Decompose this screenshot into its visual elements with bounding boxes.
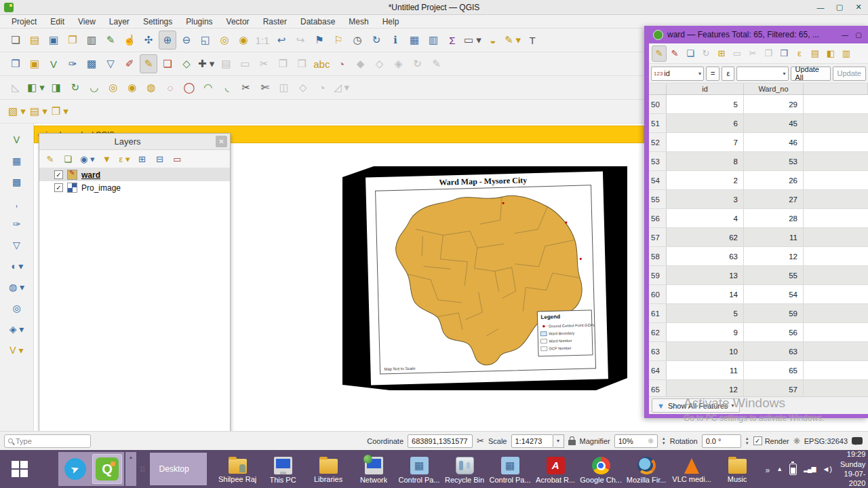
row-number-header[interactable] [649,83,667,94]
fill-ring-icon[interactable]: ◍ [142,78,160,97]
cell-id[interactable]: 12 [667,380,744,396]
menu-item[interactable]: Project [5,16,43,28]
refresh-map-icon[interactable]: ↻ [368,31,385,50]
taskbar-item-acrobat[interactable]: Acrobat R... [534,455,577,484]
cell-id[interactable]: 6 [667,114,744,132]
row-number[interactable]: 57 [649,228,667,246]
cell-id[interactable]: 10 [667,342,744,360]
equals-button[interactable]: = [706,67,719,81]
taskbar-item-network[interactable]: Network [353,455,395,484]
update-all-button[interactable]: Update All [791,67,831,81]
cell-ward-no[interactable]: 11 [744,228,804,246]
cell-id[interactable]: 3 [667,190,744,208]
row-number[interactable]: 58 [649,247,667,265]
paste-features-icon[interactable]: ❒ [293,54,311,73]
add-virtual-layer-icon[interactable]: ▽ [7,237,27,253]
text-annotation-icon[interactable]: T [524,31,541,50]
cell-ward-no[interactable]: 46 [744,133,804,151]
style-manager-icon[interactable]: ✎ [102,31,119,50]
layer-checkbox[interactable]: ✓ [54,183,63,192]
cell-ward-no[interactable]: 59 [744,304,804,322]
expression-button[interactable]: ε [722,67,734,81]
add-delimited-text-icon[interactable]: , [7,195,27,211]
show-all-features-button[interactable]: ▼ Show All Features [652,398,740,413]
open-attribute-table-icon[interactable]: ▦ [406,31,423,50]
highlight-labels-icon[interactable]: ◇ [370,54,388,73]
magnifier-clear-icon[interactable]: ⊗ [648,437,653,445]
row-number[interactable]: 55 [649,190,667,208]
pin-labels-icon[interactable]: ◆ [351,54,369,73]
value-combo[interactable] [736,67,788,81]
row-number[interactable]: 63 [649,342,667,360]
save-layer-edits-icon[interactable]: ❏ [159,54,176,73]
taskbar-scroll-icon[interactable]: ▲ [125,452,136,486]
network-signal-icon[interactable]: ▂▄▆ [804,466,815,472]
add-part-icon[interactable]: ◉ [123,78,141,97]
rotation-spinner[interactable]: ▲▼ [745,436,749,446]
epsg-label[interactable]: EPSG:32643 [804,437,848,445]
expand-all-icon[interactable]: ⊞ [135,151,149,166]
layer-checkbox[interactable]: ✓ [54,170,63,179]
table-row[interactable]: 55 3 27 [649,190,868,209]
menu-item[interactable]: Database [294,16,341,28]
attr-new-field-icon[interactable]: ⊞ [714,45,729,62]
extents-toggle-icon[interactable]: ✂ [477,436,484,446]
row-number[interactable]: 59 [649,266,667,284]
taskbar-clock[interactable]: 19:29 Sunday 19-07-2020 [840,449,865,488]
taskbar-item-control-panel-1[interactable]: Control Pa... [398,455,441,484]
table-row[interactable]: 50 5 29 [649,95,868,114]
taskbar-item-vlc[interactable]: VLC medi... [671,455,713,483]
move-feature-icon[interactable]: ◧ ▾ [26,78,46,97]
cell-ward-no[interactable]: 28 [744,209,804,227]
simplify-feature-icon[interactable]: ◡ [85,78,103,97]
table-row[interactable]: 63 10 63 [649,342,868,361]
overflow-chevron-icon[interactable]: » [766,466,770,475]
attribute-table-titlebar[interactable]: ward — Features Total: 65, Filtered: 65,… [649,26,868,43]
attr-reload-icon[interactable]: ↻ [698,45,713,62]
rotate-label-icon[interactable]: ↻ [408,54,426,73]
table-row[interactable]: 56 4 28 [649,209,868,228]
taskbar-item-libraries[interactable]: Libraries [307,455,350,483]
add-wfs-layer-icon[interactable]: ◈ ▾ [7,321,27,337]
cell-ward-no[interactable]: 29 [744,95,804,113]
new-shapefile-layer-icon[interactable]: V ▾ [7,342,27,358]
attr-cut-icon[interactable]: ✂ [745,45,760,62]
cell-id[interactable]: 7 [667,133,744,151]
new-bookmark-icon[interactable]: ⚑ [311,31,328,50]
menu-item[interactable]: View [72,16,102,28]
attr-minimize-button[interactable]: — [838,29,852,41]
filter-legend-icon[interactable]: ▼ [100,151,113,166]
scale-dropdown-icon[interactable]: ▾ [553,434,564,448]
render-checkbox[interactable]: ✓ Render [753,436,789,445]
collapse-all-icon[interactable]: ⊟ [153,151,166,166]
cell-ward-no[interactable]: 57 [744,380,804,396]
attr-copy-icon[interactable]: ❐ [761,45,776,62]
move-label-icon[interactable]: ◈ [389,54,407,73]
table-row[interactable]: 54 2 26 [649,171,868,190]
layers-panel-close-icon[interactable]: ✕ [216,136,227,147]
copy-move-feature-icon[interactable]: ◨ [47,78,65,97]
row-number[interactable]: 61 [649,304,667,322]
attr-select-all-icon[interactable]: ▤ [808,45,823,62]
taskbar-item-recycle-bin[interactable]: Recycle Bin [443,455,486,484]
cell-ward-no[interactable]: 55 [744,266,804,284]
zoom-in-icon[interactable]: ⊕ [159,31,176,50]
annotation-icon[interactable]: ✎ ▾ [503,31,522,50]
cell-ward-no[interactable]: 65 [744,361,804,379]
zoom-last-icon[interactable]: ↩ [273,31,290,50]
desktop-toolbar[interactable]: Desktop [150,453,207,485]
offset-curve-icon[interactable]: ◟ [218,78,236,97]
select-by-form-icon[interactable]: ▤ ▾ [28,102,49,121]
save-project-as-icon[interactable]: ❐ [64,31,81,50]
add-wms-layer-icon[interactable]: ◍ ▾ [7,279,27,295]
add-group-icon[interactable]: ❏ [61,151,75,166]
table-row[interactable]: 62 9 56 [649,323,868,342]
layers-panel-titlebar[interactable]: Layers ✕ [39,134,230,150]
row-number[interactable]: 50 [649,95,667,113]
cell-id[interactable]: 13 [667,266,744,284]
layer-labeling-icon[interactable]: abc [312,54,331,73]
delete-ring-icon[interactable]: ◌ [161,78,179,97]
attr-save-edits-icon[interactable]: ❏ [683,45,698,62]
locator-search-input[interactable]: Type [4,434,91,448]
cell-ward-no[interactable]: 45 [744,114,804,132]
